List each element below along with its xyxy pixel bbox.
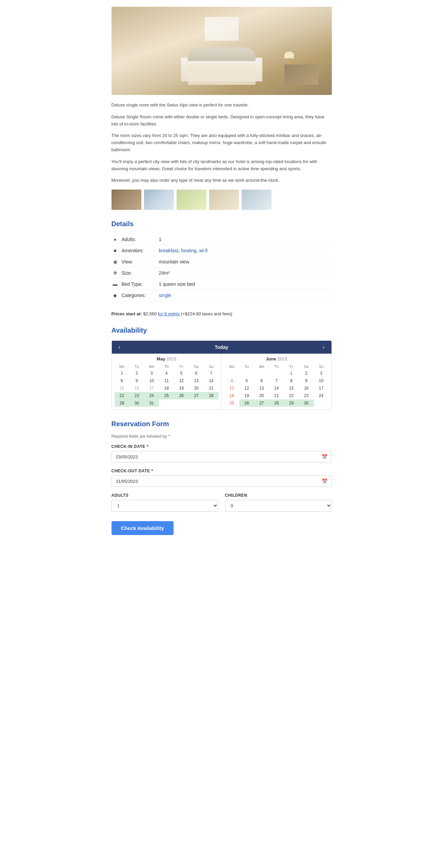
room-description: Deluxe single room with the Swiss Alps v… [112,102,332,184]
may-d10[interactable]: 10 [144,377,159,384]
may-d29[interactable]: 29 [115,399,129,407]
jun-d10[interactable]: 10 [314,377,329,384]
checkin-field-wrapper[interactable]: 23/05/2023 📅 [112,451,332,462]
may-d11[interactable]: 11 [159,377,174,384]
may-d31[interactable]: 31 [144,399,159,407]
may-d5[interactable]: 5 [174,370,189,377]
jun-d11[interactable]: 11 [224,384,239,392]
thumbnail-4[interactable] [209,190,239,210]
size-value: 24m² [159,270,332,276]
thumbnail-5[interactable] [242,190,271,210]
jun-d27[interactable]: 27 [254,399,269,407]
jun-d23[interactable]: 23 [299,392,314,399]
jun-d3[interactable]: 3 [314,370,329,377]
bed-type-value: 1 queen size bed [159,281,332,287]
categories-label: Categories: [122,293,159,298]
jun-d21[interactable]: 21 [269,392,284,399]
may-title: May 2023 [115,356,219,361]
may-d23[interactable]: 23 [129,392,144,399]
checkout-calendar-icon: 📅 [322,478,327,484]
jun-d25[interactable]: 25 [224,399,239,407]
may-d12[interactable]: 12 [174,377,189,384]
amenities-icon: ■ [112,248,119,253]
thumbnail-3[interactable] [177,190,206,210]
may-d9[interactable]: 9 [129,377,144,384]
jun-d2[interactable]: 2 [299,370,314,377]
may-d27[interactable]: 27 [189,392,204,399]
jun-d16[interactable]: 16 [299,384,314,392]
june-title: June 2023 [224,356,329,361]
jun-d8[interactable]: 8 [284,377,299,384]
thumbnail-1[interactable] [112,190,141,210]
checkout-field-wrapper[interactable]: 31/05/2023 📅 [112,475,332,487]
cal-today-label: Today [215,344,228,350]
price-label: Prices start at: [112,311,142,316]
may-d4[interactable]: 4 [159,370,174,377]
breakfast-link[interactable]: breakfast [159,248,179,253]
may-d8[interactable]: 8 [115,377,129,384]
amenities-value: breakfast, heating, wi-fi [159,248,332,253]
jun-d12[interactable]: 12 [239,384,254,392]
details-title: Details [112,220,332,228]
jun-d26[interactable]: 26 [239,399,254,407]
jun-d28[interactable]: 28 [269,399,284,407]
jun-d17[interactable]: 17 [314,384,329,392]
jun-d30[interactable]: 30 [299,399,314,407]
cal-next-button[interactable]: › [321,344,326,350]
may-d1[interactable]: 1 [115,370,129,377]
may-d22[interactable]: 22 [115,392,129,399]
may-d30[interactable]: 30 [129,399,144,407]
jun-d13[interactable]: 13 [254,384,269,392]
may-d2[interactable]: 2 [129,370,144,377]
detail-bed-type: ▬ Bed Type: 1 queen size bed [112,279,332,290]
adults-label: Adults: [122,237,159,242]
jun-d6[interactable]: 6 [254,377,269,384]
adults-select[interactable]: 1 2 3 4 5 [112,500,218,512]
check-availability-button[interactable]: Check Availability [112,521,174,535]
cal-prev-button[interactable]: ‹ [117,344,122,350]
children-select[interactable]: 0 1 2 3 4 [225,500,332,512]
may-d17: 17 [144,384,159,392]
jun-d20[interactable]: 20 [254,392,269,399]
may-d26[interactable]: 26 [174,392,189,399]
checkout-required-star: * [151,469,153,473]
jun-sa: Sa [299,363,314,370]
may-d14[interactable]: 14 [204,377,219,384]
may-d19[interactable]: 19 [174,384,189,392]
children-form-label: CHILDREN [225,493,332,498]
jun-d29[interactable]: 29 [284,399,299,407]
may-d6[interactable]: 6 [189,370,204,377]
may-d7[interactable]: 7 [204,370,219,377]
adults-form-label: ADULTS [112,493,218,498]
may-d20[interactable]: 20 [189,384,204,392]
calendar-container: ‹ Today › May 2023 Mo Tu [112,340,332,410]
jun-d15[interactable]: 15 [284,384,299,392]
may-d18[interactable]: 18 [159,384,174,392]
checkout-group: CHECK-OUT DATE * 31/05/2023 📅 [112,469,332,487]
jun-d19[interactable]: 19 [239,392,254,399]
may-d28[interactable]: 28 [204,392,219,399]
thumbnail-2[interactable] [144,190,174,210]
heating-link[interactable]: heating [181,248,197,253]
may-d3[interactable]: 3 [144,370,159,377]
table-row: 11 12 13 14 15 16 17 [224,384,329,392]
may-d24[interactable]: 24 [144,392,159,399]
checkin-required-star: * [147,444,148,449]
availability-title: Availability [112,327,332,334]
may-d21[interactable]: 21 [204,384,219,392]
bed-icon: ▬ [112,281,119,287]
jun-d1[interactable]: 1 [284,370,299,377]
price-nights-link[interactable]: for 8 nights [158,311,180,316]
may-d25[interactable]: 25 [159,392,174,399]
jun-d22[interactable]: 22 [284,392,299,399]
jun-d24[interactable]: 24 [314,392,329,399]
jun-d4[interactable]: 4 [224,377,239,384]
single-category-link[interactable]: single [159,293,172,298]
jun-d18[interactable]: 18 [224,392,239,399]
jun-d7[interactable]: 7 [269,377,284,384]
jun-d14[interactable]: 14 [269,384,284,392]
wifi-link[interactable]: wi-fi [199,248,208,253]
jun-d9[interactable]: 9 [299,377,314,384]
jun-d5[interactable]: 5 [239,377,254,384]
may-d13[interactable]: 13 [189,377,204,384]
